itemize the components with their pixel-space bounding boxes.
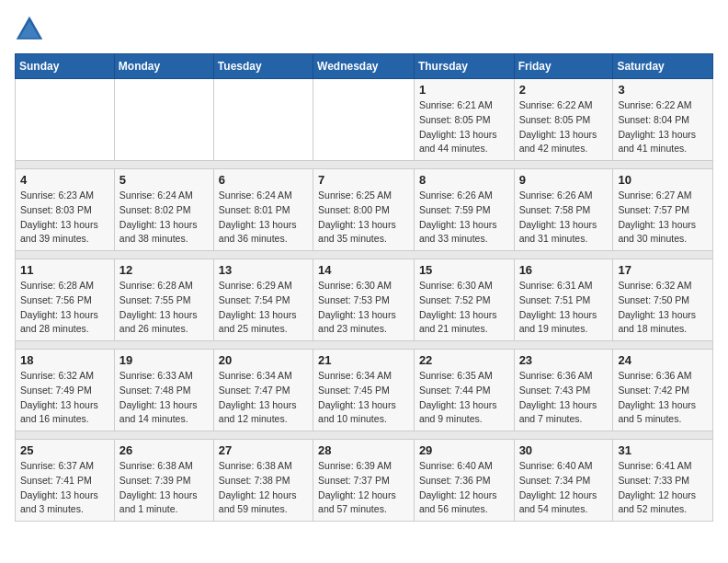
calendar-week-row: 25Sunrise: 6:37 AM Sunset: 7:41 PM Dayli… (16, 440, 713, 522)
day-number: 31 (618, 443, 708, 457)
calendar-cell: 7Sunrise: 6:25 AM Sunset: 8:00 PM Daylig… (313, 169, 415, 251)
day-info: Sunrise: 6:32 AM Sunset: 7:50 PM Dayligh… (618, 279, 708, 337)
calendar-cell: 5Sunrise: 6:24 AM Sunset: 8:02 PM Daylig… (114, 169, 213, 251)
logo (15, 15, 48, 44)
calendar-cell: 27Sunrise: 6:38 AM Sunset: 7:38 PM Dayli… (213, 440, 313, 522)
calendar-cell: 28Sunrise: 6:39 AM Sunset: 7:37 PM Dayli… (313, 440, 415, 522)
day-number: 30 (519, 443, 609, 457)
calendar-week-row: 1Sunrise: 6:21 AM Sunset: 8:05 PM Daylig… (16, 79, 713, 161)
day-number: 29 (419, 443, 509, 457)
calendar-cell: 11Sunrise: 6:28 AM Sunset: 7:56 PM Dayli… (16, 259, 115, 341)
logo-icon (15, 15, 44, 44)
day-number: 12 (119, 263, 209, 277)
calendar-table: SundayMondayTuesdayWednesdayThursdayFrid… (15, 53, 713, 522)
day-info: Sunrise: 6:26 AM Sunset: 7:59 PM Dayligh… (419, 189, 509, 247)
day-info: Sunrise: 6:27 AM Sunset: 7:57 PM Dayligh… (618, 189, 708, 247)
calendar-cell: 10Sunrise: 6:27 AM Sunset: 7:57 PM Dayli… (613, 169, 713, 251)
day-info: Sunrise: 6:21 AM Sunset: 8:05 PM Dayligh… (419, 98, 509, 156)
calendar-week-row: 18Sunrise: 6:32 AM Sunset: 7:49 PM Dayli… (16, 350, 713, 431)
calendar-cell: 21Sunrise: 6:34 AM Sunset: 7:45 PM Dayli… (313, 350, 415, 431)
day-number: 6 (219, 173, 308, 187)
day-info: Sunrise: 6:34 AM Sunset: 7:47 PM Dayligh… (219, 369, 308, 427)
day-info: Sunrise: 6:40 AM Sunset: 7:36 PM Dayligh… (419, 459, 509, 517)
day-number: 24 (618, 353, 708, 367)
day-info: Sunrise: 6:30 AM Sunset: 7:52 PM Dayligh… (419, 279, 509, 337)
day-number: 17 (618, 263, 708, 277)
calendar-cell: 29Sunrise: 6:40 AM Sunset: 7:36 PM Dayli… (414, 440, 514, 522)
day-info: Sunrise: 6:26 AM Sunset: 7:58 PM Dayligh… (519, 189, 609, 247)
calendar-cell: 18Sunrise: 6:32 AM Sunset: 7:49 PM Dayli… (16, 350, 115, 431)
day-info: Sunrise: 6:33 AM Sunset: 7:48 PM Dayligh… (119, 369, 209, 427)
calendar-week-row: 4Sunrise: 6:23 AM Sunset: 8:03 PM Daylig… (16, 169, 713, 251)
day-header-wednesday: Wednesday (313, 54, 415, 79)
day-number: 21 (318, 353, 409, 367)
day-number: 22 (419, 353, 509, 367)
day-number: 9 (519, 173, 609, 187)
day-number: 20 (219, 353, 308, 367)
day-info: Sunrise: 6:40 AM Sunset: 7:34 PM Dayligh… (519, 459, 609, 517)
day-info: Sunrise: 6:39 AM Sunset: 7:37 PM Dayligh… (318, 459, 409, 517)
week-separator (16, 251, 713, 259)
calendar-cell: 25Sunrise: 6:37 AM Sunset: 7:41 PM Dayli… (16, 440, 115, 522)
calendar-cell (313, 79, 415, 161)
day-info: Sunrise: 6:28 AM Sunset: 7:55 PM Dayligh… (119, 279, 209, 337)
day-info: Sunrise: 6:24 AM Sunset: 8:01 PM Dayligh… (219, 189, 308, 247)
day-info: Sunrise: 6:30 AM Sunset: 7:53 PM Dayligh… (318, 279, 409, 337)
calendar-cell: 3Sunrise: 6:22 AM Sunset: 8:04 PM Daylig… (613, 79, 713, 161)
calendar-cell: 1Sunrise: 6:21 AM Sunset: 8:05 PM Daylig… (414, 79, 514, 161)
day-number: 3 (618, 83, 708, 97)
day-header-saturday: Saturday (613, 54, 713, 79)
day-info: Sunrise: 6:32 AM Sunset: 7:49 PM Dayligh… (20, 369, 109, 427)
calendar-cell: 13Sunrise: 6:29 AM Sunset: 7:54 PM Dayli… (213, 259, 313, 341)
calendar-header-row: SundayMondayTuesdayWednesdayThursdayFrid… (16, 54, 713, 79)
day-info: Sunrise: 6:35 AM Sunset: 7:44 PM Dayligh… (419, 369, 509, 427)
day-info: Sunrise: 6:41 AM Sunset: 7:33 PM Dayligh… (618, 459, 708, 517)
calendar-cell: 31Sunrise: 6:41 AM Sunset: 7:33 PM Dayli… (613, 440, 713, 522)
day-number: 25 (20, 443, 109, 457)
page-header (15, 15, 713, 44)
calendar-cell (114, 79, 213, 161)
day-number: 19 (119, 353, 209, 367)
day-header-monday: Monday (114, 54, 213, 79)
week-separator (16, 161, 713, 169)
calendar-cell: 16Sunrise: 6:31 AM Sunset: 7:51 PM Dayli… (514, 259, 613, 341)
calendar-cell (16, 79, 115, 161)
day-number: 11 (20, 263, 109, 277)
calendar-cell (213, 79, 313, 161)
day-info: Sunrise: 6:38 AM Sunset: 7:38 PM Dayligh… (219, 459, 308, 517)
day-number: 14 (318, 263, 409, 277)
day-info: Sunrise: 6:25 AM Sunset: 8:00 PM Dayligh… (318, 189, 409, 247)
day-header-thursday: Thursday (414, 54, 514, 79)
calendar-cell: 14Sunrise: 6:30 AM Sunset: 7:53 PM Dayli… (313, 259, 415, 341)
calendar-cell: 24Sunrise: 6:36 AM Sunset: 7:42 PM Dayli… (613, 350, 713, 431)
calendar-cell: 26Sunrise: 6:38 AM Sunset: 7:39 PM Dayli… (114, 440, 213, 522)
day-info: Sunrise: 6:22 AM Sunset: 8:05 PM Dayligh… (519, 98, 609, 156)
calendar-cell: 8Sunrise: 6:26 AM Sunset: 7:59 PM Daylig… (414, 169, 514, 251)
day-number: 23 (519, 353, 609, 367)
day-number: 27 (219, 443, 308, 457)
calendar-cell: 17Sunrise: 6:32 AM Sunset: 7:50 PM Dayli… (613, 259, 713, 341)
day-number: 15 (419, 263, 509, 277)
calendar-cell: 12Sunrise: 6:28 AM Sunset: 7:55 PM Dayli… (114, 259, 213, 341)
calendar-cell: 4Sunrise: 6:23 AM Sunset: 8:03 PM Daylig… (16, 169, 115, 251)
calendar-cell: 23Sunrise: 6:36 AM Sunset: 7:43 PM Dayli… (514, 350, 613, 431)
day-info: Sunrise: 6:22 AM Sunset: 8:04 PM Dayligh… (618, 98, 708, 156)
calendar-cell: 6Sunrise: 6:24 AM Sunset: 8:01 PM Daylig… (213, 169, 313, 251)
day-info: Sunrise: 6:37 AM Sunset: 7:41 PM Dayligh… (20, 459, 109, 517)
day-info: Sunrise: 6:28 AM Sunset: 7:56 PM Dayligh… (20, 279, 109, 337)
day-number: 5 (119, 173, 209, 187)
calendar-cell: 30Sunrise: 6:40 AM Sunset: 7:34 PM Dayli… (514, 440, 613, 522)
day-number: 18 (20, 353, 109, 367)
day-number: 13 (219, 263, 308, 277)
day-number: 28 (318, 443, 409, 457)
day-info: Sunrise: 6:34 AM Sunset: 7:45 PM Dayligh… (318, 369, 409, 427)
day-number: 16 (519, 263, 609, 277)
calendar-cell: 2Sunrise: 6:22 AM Sunset: 8:05 PM Daylig… (514, 79, 613, 161)
day-number: 26 (119, 443, 209, 457)
day-number: 1 (419, 83, 509, 97)
calendar-cell: 9Sunrise: 6:26 AM Sunset: 7:58 PM Daylig… (514, 169, 613, 251)
day-info: Sunrise: 6:31 AM Sunset: 7:51 PM Dayligh… (519, 279, 609, 337)
day-info: Sunrise: 6:24 AM Sunset: 8:02 PM Dayligh… (119, 189, 209, 247)
day-header-tuesday: Tuesday (213, 54, 313, 79)
day-number: 2 (519, 83, 609, 97)
